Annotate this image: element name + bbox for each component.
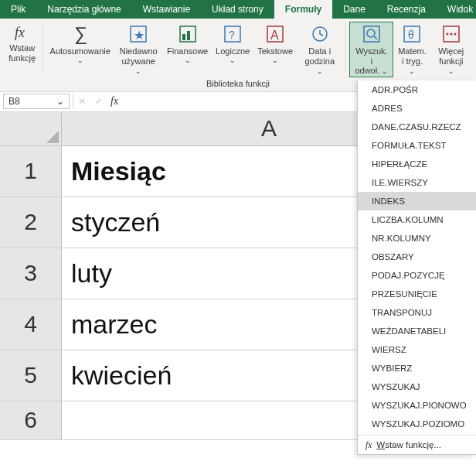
select-all-corner[interactable] (0, 112, 62, 146)
cancel-icon[interactable]: ✕ (73, 94, 90, 109)
tab-insert[interactable]: Wstawianie (132, 0, 201, 19)
tab-formulas[interactable]: Formuły (274, 0, 332, 19)
chevron-down-icon: ⌄ (185, 56, 191, 64)
financial-button[interactable]: Finansowe ⌄ (163, 22, 212, 66)
math-trig-button[interactable]: θ Matem. i tryg. ⌄ (393, 22, 430, 77)
dropdown-item[interactable]: ADR.POŚR (358, 80, 476, 99)
dropdown-item[interactable]: PRZESUNIĘCIE (358, 285, 476, 303)
svg-text:θ: θ (408, 29, 414, 41)
row-header[interactable]: 3 (0, 248, 62, 299)
dropdown-item[interactable]: WEŹDANETABELI (358, 322, 476, 340)
chevron-down-icon: ⌄ (77, 56, 83, 64)
dropdown-item[interactable]: WYSZUKAJ.PIONOWO (358, 396, 476, 415)
tab-data[interactable]: Dane (332, 0, 376, 19)
row-header[interactable]: 5 (0, 350, 62, 401)
chevron-down-icon: ⌄ (409, 67, 415, 75)
fx-icon: fx (13, 23, 32, 42)
more-functions-button[interactable]: Więcej funkcji ⌄ (431, 22, 471, 77)
sigma-icon: ∑ (70, 23, 91, 45)
dropdown-item[interactable]: WIERSZ (358, 340, 476, 359)
row-header[interactable]: 1 (0, 146, 62, 197)
lookup-ref-button[interactable]: Wyszuk. i odwoł. ⌄ (349, 22, 393, 77)
dropdown-item[interactable]: TRANSPONUJ (358, 303, 476, 322)
autosum-button[interactable]: ∑ Autosumowanie ⌄ (46, 22, 114, 66)
row-header[interactable]: 4 (0, 299, 62, 350)
lookup-dropdown: ADR.POŚRADRESDANE.CZASU.RZECZFORMUŁA.TEK… (357, 80, 476, 455)
logical-button[interactable]: ? Logiczne ⌄ (212, 22, 253, 66)
svg-text:?: ? (229, 29, 235, 41)
dropdown-item[interactable]: OBSZARY (358, 248, 476, 266)
chevron-down-icon: ⌄ (272, 56, 278, 64)
row-header[interactable]: 2 (0, 197, 62, 248)
dropdown-item[interactable]: DANE.CZASU.RZECZ (358, 118, 476, 136)
text-button[interactable]: A Tekstowe ⌄ (253, 22, 297, 66)
svg-point-13 (367, 29, 375, 37)
tab-review[interactable]: Recenzja (376, 0, 437, 19)
svg-text:★: ★ (134, 29, 144, 42)
chevron-down-icon: ⌄ (135, 67, 141, 75)
name-box[interactable]: B8 ⌄ (3, 94, 70, 109)
dropdown-item[interactable]: ILE.WIERSZY (358, 173, 476, 192)
clock-icon (309, 23, 331, 45)
star-icon: ★ (128, 23, 149, 45)
dropdown-item[interactable]: FORMUŁA.TEKST (358, 136, 476, 155)
dropdown-item[interactable]: INDEKS (358, 192, 476, 210)
chevron-down-icon: ⌄ (382, 67, 388, 75)
dropdown-item[interactable]: WYSZUKAJ.POZIOMO (358, 415, 476, 433)
logical-icon: ? (222, 23, 243, 45)
recent-button[interactable]: ★ Niedawno używane ⌄ (114, 22, 163, 77)
dropdown-item[interactable]: NR.KOLUMNY (358, 229, 476, 248)
datetime-button[interactable]: Data i godzina ⌄ (297, 22, 342, 77)
tab-home[interactable]: Narzędzia główne (36, 0, 131, 19)
row-header[interactable]: 6 (0, 401, 62, 440)
dropdown-item[interactable]: HIPERŁĄCZE (358, 155, 476, 173)
svg-point-19 (454, 33, 456, 36)
chevron-down-icon[interactable]: ⌄ (56, 96, 64, 107)
dropdown-item[interactable]: WYSZUKAJ (358, 377, 476, 396)
svg-point-17 (446, 33, 448, 36)
chevron-down-icon: ⌄ (317, 67, 323, 75)
more-icon (440, 23, 462, 45)
theta-icon: θ (401, 23, 423, 45)
svg-text:fx: fx (15, 25, 25, 40)
svg-text:∑: ∑ (74, 23, 87, 45)
chevron-down-icon: ⌄ (230, 56, 236, 64)
dropdown-item[interactable]: ADRES (358, 99, 476, 118)
tab-layout[interactable]: Układ strony (201, 0, 274, 19)
svg-text:A: A (270, 29, 279, 42)
dropdown-item[interactable]: WYBIERZ (358, 359, 476, 377)
svg-rect-6 (187, 31, 190, 40)
ribbon-tabs: Plik Narzędzia główne Wstawianie Układ s… (0, 0, 476, 19)
financial-icon (177, 23, 199, 45)
chevron-down-icon: ⌄ (448, 67, 454, 75)
dropdown-item[interactable]: LICZBA.KOLUMN (358, 210, 476, 229)
insert-function-button[interactable]: fx Wstaw funkcję (5, 22, 39, 64)
svg-point-18 (450, 33, 452, 36)
dropdown-item[interactable]: PODAJ.POZYCJĘ (358, 266, 476, 285)
search-icon (361, 23, 382, 45)
text-icon: A (264, 23, 286, 45)
accept-icon[interactable]: ✓ (90, 94, 107, 109)
tab-file[interactable]: Plik (0, 0, 36, 19)
insert-function-link[interactable]: fx Wstaw funkcję... (358, 436, 476, 454)
fx-icon[interactable]: fx (107, 95, 121, 108)
svg-rect-5 (182, 34, 185, 40)
tab-view[interactable]: Widok (437, 0, 476, 19)
